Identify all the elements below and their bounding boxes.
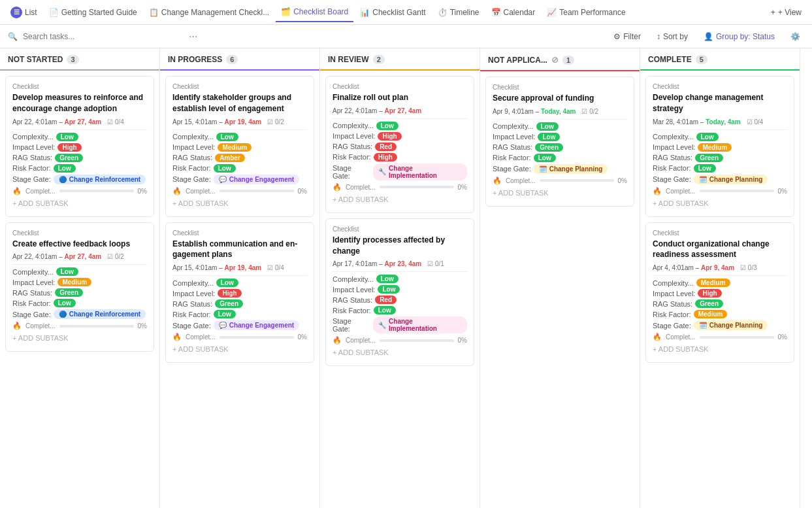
card-dates: Apr 17, 4:01am – Apr 23, 4am ☑ 0/1 [333,260,467,267]
stage-gate-badge[interactable]: 🗓️ Change Planning [694,320,768,330]
card-dates: Mar 28, 4:01am – Today, 4am ☑ 0/4 [653,118,787,126]
group-btn[interactable]: 👤 Group by: Status [700,30,779,43]
group-label: Group by: Status [716,32,775,41]
col-body-in-progress: Checklist Identify stakeholder groups an… [160,71,319,508]
card-title: Secure approval of funding [493,93,627,104]
stage-gate-badge[interactable]: 💬 Change Engagement [214,320,299,330]
list-dot-icon: ☰ [10,7,22,18]
add-subtask-btn[interactable]: + ADD SUBTASK [172,197,307,210]
sort-btn[interactable]: ↕ Sort by [653,30,692,43]
card-field-complexity: Complexity... Low [12,133,147,141]
card-type: Checklist [653,229,787,237]
nav-getting-started[interactable]: 📄 Getting Started Guide [44,3,142,22]
col-count-not-started: 3 [67,55,78,64]
card-field-rag: RAG Status: Green [12,154,147,162]
more-options-btn[interactable]: ··· [185,29,201,44]
col-title-in-review: IN REVIEW [328,55,369,64]
card-title: Develop change management strategy [653,92,787,114]
add-subtask-btn[interactable]: + ADD SUBTASK [333,193,467,206]
search-input[interactable] [23,32,180,41]
progress-bar-bg [59,325,134,328]
card-complete-1[interactable]: Checklist Conduct organizational change … [645,222,794,364]
col-count-complete: 5 [696,55,707,64]
card-title: Create effective feedback loops [12,239,147,250]
col-header-not-applicable: NOT APPLICA... ⊘ 1 [480,48,640,71]
col-title-not-started: NOT STARTED [8,55,63,64]
badge: Low [54,299,76,307]
column-in-progress: IN PROGRESS 6 Checklist Identify stakeho… [160,48,320,508]
card-checkbox: ☑ 0/2 [107,253,124,260]
card-checkbox: ☑ 0/2 [267,118,284,126]
card-not-started-1[interactable]: Checklist Create effective feedback loop… [5,222,154,352]
stage-gate-badge[interactable]: 🔵 Change Reinforcement [54,175,146,184]
stage-gate-badge[interactable]: 🗓️ Change Planning [694,175,768,184]
sort-label: Sort by [663,32,688,41]
nav-add-view-label: + View [778,8,802,17]
search-icon: 🔍 [8,32,18,41]
card-field-rag: RAG Status: Green [12,288,147,297]
add-subtask-btn[interactable]: + ADD SUBTASK [653,343,787,356]
badge: Low [56,267,78,276]
card-field-impact: Impact Level: Medium [12,278,147,286]
search-box[interactable] [23,32,180,41]
nav-change-management[interactable]: 📋 Change Management Checkl... [144,3,274,22]
column-complete: COMPLETE 5 Checklist Develop change mana… [640,48,800,508]
nav-timeline[interactable]: ⏱️ Timeline [432,3,485,22]
col-title-not-applicable: NOT APPLICA... [488,56,547,65]
card-not-applicable-0[interactable]: Checklist Secure approval of funding Apr… [485,76,634,207]
col-title-complete: COMPLETE [648,55,692,64]
card-in-progress-0[interactable]: Checklist Identify stakeholder groups an… [165,76,314,217]
top-nav: ☰ List 📄 Getting Started Guide 📋 Change … [0,0,812,25]
add-subtask-btn[interactable]: + ADD SUBTASK [653,197,787,210]
nav-team-perf-label: Team Performance [559,8,625,17]
card-title: Finalize roll out plan [333,92,467,103]
card-title: Identify processes affected by change [333,235,467,257]
card-field-stage: Stage Gate: 🔵 Change Reinforcement [12,175,147,184]
card-not-started-0[interactable]: Checklist Develop measures to reinforce … [5,76,154,217]
add-subtask-btn[interactable]: + ADD SUBTASK [12,331,147,345]
stage-gate-badge[interactable]: 🔧 Change Implementation [373,316,467,333]
add-subtask-btn[interactable]: + ADD SUBTASK [172,343,307,356]
date-end: Apr 27, 4am [65,118,102,126]
nav-list[interactable]: ☰ List [5,3,42,22]
date-start: Apr 22, 4:01am [12,118,57,126]
nav-calendar[interactable]: 📅 Calendar [486,3,541,22]
add-subtask-btn[interactable]: + ADD SUBTASK [12,197,147,210]
column-in-review: IN REVIEW 2 Checklist Finalize roll out … [320,48,480,508]
col-header-in-progress: IN PROGRESS 6 [160,48,319,71]
checklist-board-icon: 🗂️ [281,7,291,16]
stage-gate-badge[interactable]: 🗓️ Change Planning [534,164,608,174]
stage-gate-badge[interactable]: 🔧 Change Implementation [373,163,467,180]
nav-team-performance[interactable]: 📈 Team Performance [542,3,630,22]
stage-gate-badge[interactable]: 💬 Change Engagement [214,175,299,184]
stage-gate-badge[interactable]: 🔵 Change Reinforcement [54,309,146,319]
nav-add-view[interactable]: + + View [766,5,807,20]
add-subtask-btn[interactable]: + ADD SUBTASK [493,186,627,199]
card-in-review-1[interactable]: Checklist Identify processes affected by… [325,218,474,367]
col-body-not-started: Checklist Develop measures to reinforce … [0,71,159,508]
progress-row: 🔥 Complet... 0% [12,187,147,195]
toolbar-right: ⚙ Filter ↕ Sort by 👤 Group by: Status ⚙️ [609,30,804,43]
badge: Green [55,288,83,297]
card-in-progress-1[interactable]: Checklist Establish communication and en… [165,222,314,364]
settings-btn[interactable]: ⚙️ [787,30,804,43]
nav-checklist-gantt-label: Checklist Gantt [372,8,425,17]
filter-btn[interactable]: ⚙ Filter [609,30,645,43]
card-complete-0[interactable]: Checklist Develop change management stra… [645,76,794,217]
col-count-in-progress: 6 [226,55,238,64]
nav-checklist-gantt[interactable]: 📊 Checklist Gantt [355,3,430,22]
settings-icon: ⚙️ [790,32,800,41]
nav-checklist-board[interactable]: 🗂️ Checklist Board [276,3,353,22]
filter-label: Filter [623,32,641,41]
card-in-review-0[interactable]: Checklist Finalize roll out plan Apr 22,… [325,76,474,213]
nav-calendar-label: Calendar [504,8,536,17]
calendar-icon: 📅 [491,8,501,17]
card-field-impact: Impact Level: High [12,143,147,152]
progress-pct: 0% [138,322,147,330]
col-count-not-applicable: 1 [562,56,574,65]
nav-checklist-board-label: Checklist Board [293,7,348,16]
card-type: Checklist [333,226,467,233]
group-icon: 👤 [704,32,713,41]
card-title: Identify stakeholder groups and establis… [172,92,307,114]
add-subtask-btn[interactable]: + ADD SUBTASK [333,346,467,359]
